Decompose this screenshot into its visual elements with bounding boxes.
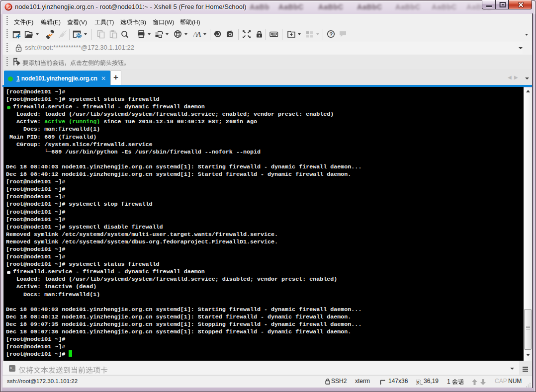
svg-text:0: 0 (417, 380, 420, 385)
svg-text:A: A (196, 30, 201, 38)
svg-text:?: ? (330, 31, 333, 37)
